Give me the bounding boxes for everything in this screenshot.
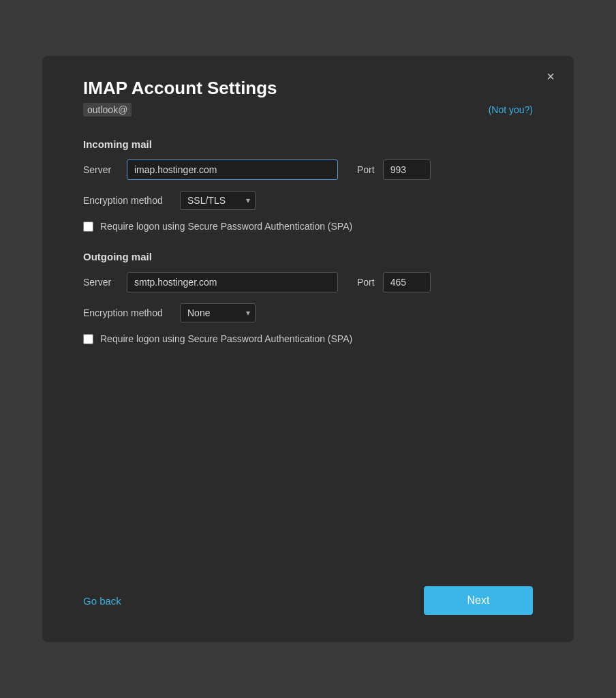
outgoing-port-input[interactable] <box>383 272 431 292</box>
outgoing-server-label: Server <box>83 277 119 288</box>
outgoing-port-label: Port <box>357 277 375 288</box>
outgoing-enc-select-wrapper: None SSL/TLS STARTTLS <box>180 303 256 322</box>
incoming-spa-checkbox[interactable] <box>83 222 93 232</box>
incoming-server-row: Server Port <box>83 160 533 180</box>
incoming-server-input[interactable] <box>127 160 338 180</box>
incoming-encryption-row: Encryption method SSL/TLS STARTTLS None <box>83 191 533 210</box>
not-you-link[interactable]: (Not you?) <box>489 104 533 115</box>
outgoing-spa-label: Require logon using Secure Password Auth… <box>100 333 352 344</box>
incoming-server-label: Server <box>83 164 119 175</box>
outgoing-spa-checkbox[interactable] <box>83 334 93 344</box>
outgoing-encryption-row: Encryption method None SSL/TLS STARTTLS <box>83 303 533 322</box>
dialog-footer: Go back Next <box>83 559 533 615</box>
outgoing-enc-select[interactable]: None SSL/TLS STARTTLS <box>180 303 256 322</box>
dialog-title: IMAP Account Settings <box>83 78 533 99</box>
incoming-enc-label: Encryption method <box>83 195 172 206</box>
outgoing-spa-row: Require logon using Secure Password Auth… <box>83 333 533 344</box>
imap-account-settings-dialog: × IMAP Account Settings outlook@ (Not yo… <box>42 56 574 642</box>
outgoing-server-row: Server Port <box>83 272 533 292</box>
outgoing-server-input[interactable] <box>127 272 338 292</box>
incoming-enc-select[interactable]: SSL/TLS STARTTLS None <box>180 191 256 210</box>
subtitle-row: outlook@ (Not you?) <box>83 103 533 117</box>
go-back-button[interactable]: Go back <box>83 595 121 607</box>
next-button[interactable]: Next <box>424 586 533 615</box>
incoming-spa-row: Require logon using Secure Password Auth… <box>83 221 533 232</box>
incoming-spa-label: Require logon using Secure Password Auth… <box>100 221 352 232</box>
outgoing-mail-label: Outgoing mail <box>83 251 533 262</box>
email-display: outlook@ <box>83 103 132 117</box>
incoming-port-label: Port <box>357 164 375 175</box>
close-button[interactable]: × <box>541 67 560 86</box>
incoming-port-input[interactable] <box>383 160 431 180</box>
outgoing-enc-label: Encryption method <box>83 307 172 318</box>
incoming-mail-label: Incoming mail <box>83 138 533 150</box>
incoming-enc-select-wrapper: SSL/TLS STARTTLS None <box>180 191 256 210</box>
